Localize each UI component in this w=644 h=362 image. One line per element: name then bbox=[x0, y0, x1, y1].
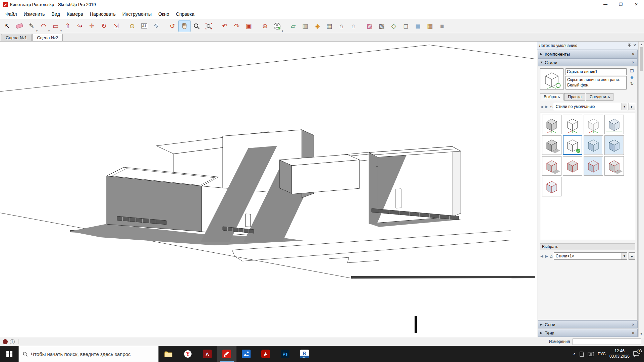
style-thumbnail-8[interactable] bbox=[542, 156, 561, 176]
style-thumbnail-7[interactable] bbox=[604, 135, 624, 155]
pushpull-tool[interactable]: ⇧ bbox=[62, 20, 74, 32]
minimize-button[interactable]: — bbox=[598, 0, 613, 9]
menu-edit[interactable]: Изменить bbox=[20, 10, 48, 18]
styles-tab-2[interactable]: Соединить bbox=[586, 93, 614, 101]
previous-view-button[interactable]: ↶ bbox=[219, 20, 231, 32]
tray-pin-icon[interactable] bbox=[628, 43, 631, 48]
style-xray-button[interactable]: ▨ bbox=[364, 20, 376, 32]
styles-tab-1[interactable]: Правка bbox=[564, 93, 585, 101]
account-button[interactable]: ▾ bbox=[271, 20, 283, 32]
scroll-up-icon[interactable]: ▲ bbox=[640, 42, 643, 47]
line-tool[interactable]: ✎▾ bbox=[25, 20, 38, 32]
create-style-icon[interactable]: ⊕ bbox=[630, 75, 634, 79]
update-scene-button[interactable]: ▣ bbox=[243, 20, 255, 32]
menu-tools[interactable]: Инструменты bbox=[119, 10, 155, 18]
dropdown-arrow-icon[interactable]: ▾ bbox=[282, 29, 283, 33]
keyboard-icon[interactable] bbox=[588, 352, 594, 356]
styles-collection-dropdown[interactable]: Стили по умолчанию ▼ bbox=[554, 103, 627, 110]
style-thumbnail-5[interactable] bbox=[563, 135, 582, 155]
style-thumbnail-10[interactable] bbox=[584, 156, 603, 176]
style-description[interactable]: Скрытая линия стиля грани. Белый фон. bbox=[566, 76, 627, 89]
style-back-edges-button[interactable]: ▧ bbox=[376, 20, 388, 32]
style-thumbnail-11[interactable] bbox=[604, 156, 624, 176]
section-shadows[interactable]: ▶ Тени ✕ bbox=[538, 329, 638, 337]
style-monochrome-button[interactable]: ■ bbox=[436, 20, 448, 32]
style-thumbnail-12[interactable] bbox=[542, 177, 561, 196]
taskbar-app-photoshop[interactable]: Ps bbox=[275, 346, 295, 362]
view-front-button[interactable]: ⌂ bbox=[335, 20, 347, 32]
tray-expand-icon[interactable]: ∧ bbox=[573, 352, 576, 356]
style-thumbnail-0[interactable] bbox=[542, 115, 561, 134]
taskbar-app-autocad[interactable]: A bbox=[198, 346, 217, 362]
maximize-button[interactable]: ❐ bbox=[613, 0, 629, 9]
language-indicator[interactable]: РУС bbox=[598, 352, 606, 356]
next-view-button[interactable]: ↷ bbox=[231, 20, 243, 32]
taskbar-app-file-explorer[interactable] bbox=[159, 346, 178, 362]
section-styles[interactable]: ▼ Стили ✕ bbox=[538, 58, 638, 66]
menu-file[interactable]: Файл bbox=[2, 10, 20, 18]
arc-tool[interactable]: ◠▾ bbox=[38, 20, 50, 32]
start-button[interactable] bbox=[0, 346, 18, 362]
tape-measure-tool[interactable]: ⊙ bbox=[126, 20, 138, 32]
show-desktop-button[interactable] bbox=[642, 346, 644, 362]
close-button[interactable]: ✕ bbox=[629, 0, 644, 9]
view-right-button[interactable]: ⌂ bbox=[347, 20, 360, 32]
followme-tool[interactable]: ↬ bbox=[74, 20, 86, 32]
tray-app-icon[interactable] bbox=[580, 352, 584, 357]
section-plane-tool[interactable]: ▱ bbox=[287, 20, 299, 32]
style-preview-thumbnail[interactable] bbox=[540, 68, 564, 90]
scene-tab-2[interactable]: Сцена №2 bbox=[32, 34, 63, 41]
rotate-tool[interactable]: ↻ bbox=[98, 20, 110, 32]
move-tool[interactable]: ✛ bbox=[86, 20, 98, 32]
position-camera-tool[interactable]: ⊕ bbox=[259, 20, 271, 32]
select-tool[interactable]: ↖ bbox=[1, 20, 13, 32]
forward-arrow-icon[interactable]: ▶ bbox=[545, 105, 548, 109]
section-close-icon[interactable]: ✕ bbox=[631, 52, 635, 56]
scroll-thumb[interactable] bbox=[640, 47, 643, 71]
forward-arrow-icon[interactable]: ▶ bbox=[545, 254, 548, 258]
section-fill-tool[interactable]: ▥ bbox=[299, 20, 311, 32]
measurements-input[interactable] bbox=[573, 339, 641, 345]
style-thumbnail-3[interactable] bbox=[604, 115, 624, 134]
section-close-icon[interactable]: ✕ bbox=[631, 331, 635, 335]
style-thumbnail-1[interactable] bbox=[563, 115, 582, 134]
zoom-extents-tool[interactable] bbox=[203, 20, 215, 32]
orbit-tool[interactable]: ↺ bbox=[166, 20, 178, 32]
dimension-tool[interactable]: A1 bbox=[138, 20, 150, 32]
view-iso-button[interactable]: ◈ bbox=[311, 20, 323, 32]
home-icon[interactable]: ⌂ bbox=[550, 104, 552, 109]
taskbar-search[interactable]: Чтобы начать поиск, введите здесь запрос bbox=[18, 346, 159, 362]
section-close-icon[interactable]: ✕ bbox=[631, 323, 635, 326]
style-thumbnail-6[interactable] bbox=[584, 135, 603, 155]
menu-window[interactable]: Окно bbox=[155, 10, 173, 18]
back-arrow-icon[interactable]: ◀ bbox=[540, 254, 543, 258]
menu-draw[interactable]: Нарисовать bbox=[87, 10, 119, 18]
menu-camera[interactable]: Камера bbox=[63, 10, 87, 18]
taskbar-app-revit[interactable]: RRVT bbox=[295, 346, 314, 362]
tray-scrollbar[interactable]: ▲ ▼ bbox=[638, 42, 644, 337]
secondary-styles-dropdown[interactable]: Стили<1> ▼ bbox=[554, 252, 627, 260]
zoom-tool[interactable] bbox=[191, 20, 203, 32]
menu-help[interactable]: Справка bbox=[173, 10, 198, 18]
paint-bucket-tool[interactable] bbox=[150, 20, 162, 32]
style-thumbnail-4[interactable] bbox=[542, 135, 561, 155]
taskbar-app-sketchup[interactable] bbox=[217, 346, 236, 362]
taskbar-app-photos[interactable] bbox=[236, 346, 256, 362]
section-layers[interactable]: ▶ Слои ✕ bbox=[538, 320, 638, 328]
style-name-input[interactable] bbox=[566, 68, 627, 75]
styles-tab-0[interactable]: Выбрать bbox=[540, 93, 564, 101]
scale-tool[interactable]: ⇲ bbox=[110, 20, 122, 32]
back-arrow-icon[interactable]: ◀ bbox=[540, 105, 543, 109]
viewport-canvas[interactable] bbox=[0, 42, 537, 337]
eraser-tool[interactable] bbox=[13, 20, 25, 32]
details-menu-button[interactable]: ▸ bbox=[629, 103, 635, 110]
taskbar-app-acrobat[interactable] bbox=[256, 346, 275, 362]
style-textured-button[interactable]: ▦ bbox=[424, 20, 436, 32]
shapes-tool[interactable]: ▭▾ bbox=[50, 20, 62, 32]
section-components[interactable]: ▶ Компоненты ✕ bbox=[538, 50, 638, 58]
scene-tab-1[interactable]: Сцена №1 bbox=[1, 34, 32, 41]
menu-view[interactable]: Вид bbox=[48, 10, 63, 18]
scroll-down-icon[interactable]: ▼ bbox=[640, 331, 643, 337]
home-icon[interactable]: ⌂ bbox=[550, 253, 552, 259]
style-shaded-button[interactable]: ◼ bbox=[412, 20, 424, 32]
